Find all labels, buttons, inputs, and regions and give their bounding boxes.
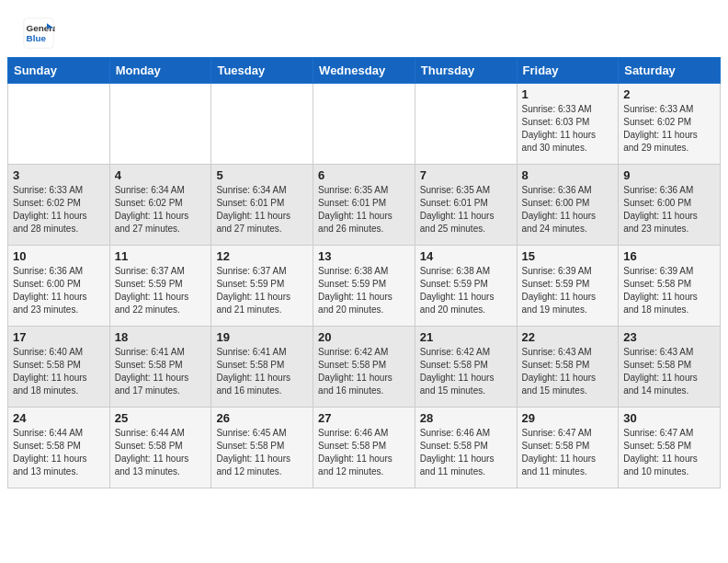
- day-number: 1: [522, 87, 614, 101]
- week-row-1: 1Sunrise: 6:33 AM Sunset: 6:03 PM Daylig…: [8, 84, 721, 165]
- day-info: Sunrise: 6:36 AM Sunset: 6:00 PM Dayligh…: [623, 184, 715, 236]
- day-number: 27: [318, 411, 410, 425]
- day-info: Sunrise: 6:34 AM Sunset: 6:02 PM Dayligh…: [115, 184, 207, 236]
- week-row-3: 10Sunrise: 6:36 AM Sunset: 6:00 PM Dayli…: [8, 246, 721, 327]
- col-header-thursday: Thursday: [415, 58, 517, 84]
- day-number: 25: [115, 411, 207, 425]
- day-info: Sunrise: 6:38 AM Sunset: 5:59 PM Dayligh…: [318, 265, 410, 316]
- day-cell: 28Sunrise: 6:46 AM Sunset: 5:58 PM Dayli…: [415, 408, 517, 488]
- day-cell: 11Sunrise: 6:37 AM Sunset: 5:59 PM Dayli…: [109, 246, 211, 327]
- day-number: 21: [420, 330, 512, 344]
- day-number: 17: [13, 330, 105, 344]
- day-info: Sunrise: 6:37 AM Sunset: 5:59 PM Dayligh…: [115, 265, 207, 316]
- day-info: Sunrise: 6:43 AM Sunset: 5:58 PM Dayligh…: [623, 346, 715, 397]
- day-info: Sunrise: 6:44 AM Sunset: 5:58 PM Dayligh…: [13, 427, 105, 478]
- day-info: Sunrise: 6:33 AM Sunset: 6:03 PM Dayligh…: [522, 103, 614, 155]
- day-info: Sunrise: 6:34 AM Sunset: 6:01 PM Dayligh…: [216, 184, 308, 236]
- day-cell: 14Sunrise: 6:38 AM Sunset: 5:59 PM Dayli…: [415, 246, 517, 327]
- day-info: Sunrise: 6:47 AM Sunset: 5:58 PM Dayligh…: [623, 427, 715, 478]
- day-cell: 15Sunrise: 6:39 AM Sunset: 5:59 PM Dayli…: [517, 246, 619, 327]
- col-header-monday: Monday: [109, 58, 211, 84]
- day-cell: 5Sunrise: 6:34 AM Sunset: 6:01 PM Daylig…: [211, 165, 313, 246]
- day-info: Sunrise: 6:46 AM Sunset: 5:58 PM Dayligh…: [420, 427, 512, 478]
- day-info: Sunrise: 6:35 AM Sunset: 6:01 PM Dayligh…: [420, 184, 512, 236]
- day-cell: 12Sunrise: 6:37 AM Sunset: 5:59 PM Dayli…: [211, 246, 313, 327]
- day-cell: [211, 84, 313, 165]
- day-number: 20: [318, 330, 410, 344]
- day-number: 14: [420, 249, 512, 263]
- col-header-tuesday: Tuesday: [211, 58, 313, 84]
- day-number: 18: [115, 330, 207, 344]
- col-header-friday: Friday: [517, 58, 619, 84]
- day-cell: 29Sunrise: 6:47 AM Sunset: 5:58 PM Dayli…: [517, 408, 619, 488]
- day-cell: [313, 84, 415, 165]
- calendar-wrapper: SundayMondayTuesdayWednesdayThursdayFrid…: [0, 57, 728, 496]
- day-info: Sunrise: 6:33 AM Sunset: 6:02 PM Dayligh…: [623, 103, 715, 155]
- day-number: 5: [216, 168, 308, 182]
- day-cell: [8, 84, 110, 165]
- day-cell: 20Sunrise: 6:42 AM Sunset: 5:58 PM Dayli…: [313, 327, 415, 408]
- day-info: Sunrise: 6:42 AM Sunset: 5:58 PM Dayligh…: [318, 346, 410, 397]
- day-cell: 26Sunrise: 6:45 AM Sunset: 5:58 PM Dayli…: [211, 408, 313, 488]
- day-info: Sunrise: 6:41 AM Sunset: 5:58 PM Dayligh…: [115, 346, 207, 397]
- day-number: 22: [522, 330, 614, 344]
- day-number: 23: [623, 330, 715, 344]
- day-number: 12: [216, 249, 308, 263]
- day-cell: 13Sunrise: 6:38 AM Sunset: 5:59 PM Dayli…: [313, 246, 415, 327]
- day-number: 15: [522, 249, 614, 263]
- col-header-wednesday: Wednesday: [313, 58, 415, 84]
- logo: General Blue: [22, 17, 59, 50]
- day-cell: 2Sunrise: 6:33 AM Sunset: 6:02 PM Daylig…: [619, 84, 721, 165]
- day-cell: 21Sunrise: 6:42 AM Sunset: 5:58 PM Dayli…: [415, 327, 517, 408]
- day-info: Sunrise: 6:35 AM Sunset: 6:01 PM Dayligh…: [318, 184, 410, 236]
- day-info: Sunrise: 6:37 AM Sunset: 5:59 PM Dayligh…: [216, 265, 308, 316]
- day-info: Sunrise: 6:33 AM Sunset: 6:02 PM Dayligh…: [13, 184, 105, 236]
- week-row-5: 24Sunrise: 6:44 AM Sunset: 5:58 PM Dayli…: [8, 408, 721, 488]
- day-info: Sunrise: 6:36 AM Sunset: 6:00 PM Dayligh…: [13, 265, 105, 316]
- day-info: Sunrise: 6:36 AM Sunset: 6:00 PM Dayligh…: [522, 184, 614, 236]
- day-number: 7: [420, 168, 512, 182]
- day-info: Sunrise: 6:47 AM Sunset: 5:58 PM Dayligh…: [522, 427, 614, 478]
- logo-icon: General Blue: [22, 17, 55, 50]
- day-number: 28: [420, 411, 512, 425]
- calendar-table: SundayMondayTuesdayWednesdayThursdayFrid…: [7, 57, 721, 488]
- col-header-saturday: Saturday: [619, 58, 721, 84]
- day-number: 6: [318, 168, 410, 182]
- page-header: General Blue: [0, 0, 728, 57]
- svg-text:Blue: Blue: [27, 33, 47, 43]
- day-cell: 22Sunrise: 6:43 AM Sunset: 5:58 PM Dayli…: [517, 327, 619, 408]
- day-number: 10: [13, 249, 105, 263]
- day-info: Sunrise: 6:46 AM Sunset: 5:58 PM Dayligh…: [318, 427, 410, 478]
- day-info: Sunrise: 6:43 AM Sunset: 5:58 PM Dayligh…: [522, 346, 614, 397]
- day-number: 13: [318, 249, 410, 263]
- day-number: 30: [623, 411, 715, 425]
- day-info: Sunrise: 6:41 AM Sunset: 5:58 PM Dayligh…: [216, 346, 308, 397]
- day-number: 26: [216, 411, 308, 425]
- day-number: 11: [115, 249, 207, 263]
- day-cell: 10Sunrise: 6:36 AM Sunset: 6:00 PM Dayli…: [8, 246, 110, 327]
- day-number: 3: [13, 168, 105, 182]
- week-row-4: 17Sunrise: 6:40 AM Sunset: 5:58 PM Dayli…: [8, 327, 721, 408]
- day-cell: 7Sunrise: 6:35 AM Sunset: 6:01 PM Daylig…: [415, 165, 517, 246]
- day-number: 16: [623, 249, 715, 263]
- day-cell: 27Sunrise: 6:46 AM Sunset: 5:58 PM Dayli…: [313, 408, 415, 488]
- day-info: Sunrise: 6:38 AM Sunset: 5:59 PM Dayligh…: [420, 265, 512, 316]
- day-number: 29: [522, 411, 614, 425]
- day-cell: 8Sunrise: 6:36 AM Sunset: 6:00 PM Daylig…: [517, 165, 619, 246]
- day-cell: 18Sunrise: 6:41 AM Sunset: 5:58 PM Dayli…: [109, 327, 211, 408]
- day-info: Sunrise: 6:44 AM Sunset: 5:58 PM Dayligh…: [115, 427, 207, 478]
- day-info: Sunrise: 6:45 AM Sunset: 5:58 PM Dayligh…: [216, 427, 308, 478]
- col-header-sunday: Sunday: [8, 58, 110, 84]
- day-cell: 23Sunrise: 6:43 AM Sunset: 5:58 PM Dayli…: [619, 327, 721, 408]
- day-cell: 17Sunrise: 6:40 AM Sunset: 5:58 PM Dayli…: [8, 327, 110, 408]
- day-number: 9: [623, 168, 715, 182]
- day-cell: 4Sunrise: 6:34 AM Sunset: 6:02 PM Daylig…: [109, 165, 211, 246]
- calendar-body: 1Sunrise: 6:33 AM Sunset: 6:03 PM Daylig…: [8, 84, 721, 488]
- day-cell: [109, 84, 211, 165]
- day-info: Sunrise: 6:42 AM Sunset: 5:58 PM Dayligh…: [420, 346, 512, 397]
- day-cell: 30Sunrise: 6:47 AM Sunset: 5:58 PM Dayli…: [619, 408, 721, 488]
- day-number: 2: [623, 87, 715, 101]
- day-cell: 1Sunrise: 6:33 AM Sunset: 6:03 PM Daylig…: [517, 84, 619, 165]
- day-info: Sunrise: 6:39 AM Sunset: 5:58 PM Dayligh…: [623, 265, 715, 316]
- week-row-2: 3Sunrise: 6:33 AM Sunset: 6:02 PM Daylig…: [8, 165, 721, 246]
